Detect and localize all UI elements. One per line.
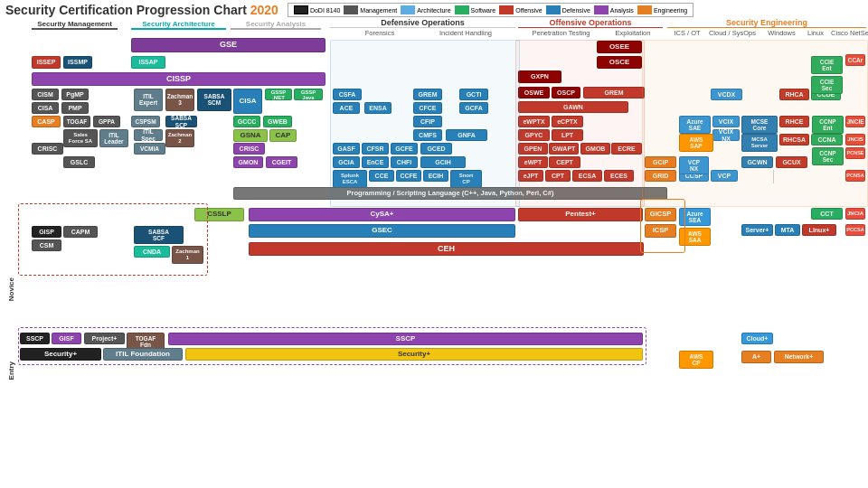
cert-server-plus: Server+ xyxy=(741,224,773,236)
cert-togaf: TOGAF xyxy=(63,116,90,127)
legend: DoDI 8140 Management Architecture Softwa… xyxy=(288,3,693,17)
cert-cloud-plus: Cloud+ xyxy=(741,333,773,344)
cert-cap: CAP xyxy=(269,129,297,142)
cert-a-plus: A+ xyxy=(741,351,771,363)
cert-cisa2: CISA xyxy=(233,89,262,114)
header-netsec: NetSec xyxy=(850,29,868,37)
cert-jncia: JNCIA xyxy=(845,208,865,220)
defensive-ops-bg xyxy=(330,40,520,207)
page: Security Certification Progression Chart… xyxy=(0,0,868,488)
cert-zachman3: Zachman3 xyxy=(165,89,194,111)
header-sec-arch: Security Architecture xyxy=(131,20,226,30)
novice-section-border xyxy=(18,203,208,276)
header-linux: Linux xyxy=(802,29,829,37)
cert-vcmia: VCMIA xyxy=(134,143,165,155)
cert-mta: MTA xyxy=(775,224,800,236)
cert-issap: ISSAP xyxy=(131,56,165,69)
legend-software: Software xyxy=(455,5,496,14)
legend-arch: Architecture xyxy=(401,5,450,14)
cert-zachman2: Zachman2 xyxy=(165,129,194,147)
cert-linux-plus: Linux+ xyxy=(802,224,836,236)
cert-itil-spec: ITILSpec xyxy=(134,129,163,141)
header-pentest: Penetration Testing xyxy=(518,29,604,37)
header-sec-eng: Security Engineering xyxy=(667,18,866,28)
cert-issmp: ISSMP xyxy=(63,56,92,69)
cert-crisc: CRISC xyxy=(32,143,63,155)
cert-cisa: CISA xyxy=(32,102,59,114)
cert-cct: CCT xyxy=(811,208,843,220)
cert-pccsa: PCCSA xyxy=(845,224,865,236)
header: Security Certification Progression Chart… xyxy=(0,0,868,18)
header-sec-analysis: Security Analysis xyxy=(231,20,321,30)
cert-gccc: GCCC xyxy=(233,116,260,127)
ics-section-border xyxy=(640,199,685,253)
cert-cysa: CySA+ xyxy=(249,208,515,221)
chart-area: Security Management Security Architectur… xyxy=(0,18,868,474)
cert-ceh: CEH xyxy=(249,242,644,256)
cert-issep: ISSEP xyxy=(32,56,61,69)
header-exploitation: Exploitation xyxy=(601,29,665,37)
cert-network-plus: Network+ xyxy=(774,351,824,363)
cert-cspsm: CSPSM xyxy=(131,116,160,127)
cert-casp: CASP xyxy=(32,116,61,127)
header-incident: Incident Handling xyxy=(416,29,515,37)
entry-label: Entry xyxy=(2,334,20,407)
cert-itil-expert: ITILExpert xyxy=(134,89,163,111)
legend-analysis: Analysis xyxy=(594,5,634,14)
cert-gslc: GSLC xyxy=(63,156,95,168)
cert-sabsa-scm: SABSASCM xyxy=(197,89,231,111)
cert-salesforce: SalesForce SA xyxy=(63,129,98,147)
page-title: Security Certification Progression Chart… xyxy=(5,3,278,17)
header-windows: Windows xyxy=(761,29,802,37)
cert-gppa: GPPA xyxy=(93,116,120,127)
novice-label: Novice xyxy=(2,230,20,348)
cert-gmon: GMON xyxy=(233,156,263,168)
legend-dod: DoDI 8140 xyxy=(294,5,340,14)
offensive-ops-bg xyxy=(515,40,645,207)
header-cisco: Cisco xyxy=(828,29,851,37)
cert-gsna: GSNA xyxy=(233,129,268,142)
legend-offensive: Offensive xyxy=(499,5,542,14)
cert-pgmp: PgMP xyxy=(61,89,89,100)
cert-cgeit: CGEIT xyxy=(266,156,297,168)
legend-mgmt: Management xyxy=(344,5,397,14)
cert-gssp-java: GSSPJava xyxy=(294,89,323,100)
cert-crisc2: CRISC xyxy=(233,143,265,155)
header-forensics: Forensics xyxy=(339,29,420,37)
cert-itil-leader: ITILLeader xyxy=(99,129,128,147)
cert-gsec: GSEC xyxy=(249,224,515,238)
header-ics: ICS / OT xyxy=(669,29,705,37)
header-sec-mgmt: Security Management xyxy=(32,20,118,30)
cert-gse: GSE xyxy=(131,38,326,52)
legend-engineering: Engineering xyxy=(637,5,687,14)
cert-sabsa-scp: SABSASCP xyxy=(165,116,197,127)
header-off-ops: Offensive Operations xyxy=(518,18,663,28)
entry-section-border xyxy=(18,327,646,365)
sec-eng-bg xyxy=(642,40,868,207)
legend-defensive: Defensive xyxy=(546,5,590,14)
header-cloud: Cloud / SysOps xyxy=(705,29,760,37)
cert-cism: CISM xyxy=(32,89,59,100)
cert-pentest: Pentest+ xyxy=(518,208,643,221)
cert-gweb: GWEB xyxy=(263,116,292,127)
header-def-ops: Defensive Operations xyxy=(330,18,515,28)
cert-pmp: PMP xyxy=(61,102,89,114)
cert-aws-cp: AWSCP xyxy=(679,351,713,369)
cert-gssp-net: GSSP.NET xyxy=(265,89,292,100)
cert-cissp: CISSP xyxy=(32,72,326,86)
